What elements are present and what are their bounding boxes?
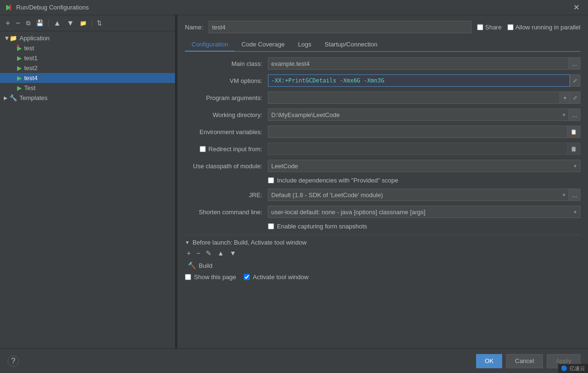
- jre-select[interactable]: Default (1.8 - SDK of 'LeetCode' module): [268, 189, 569, 201]
- tree-label-test1: test1: [24, 55, 37, 62]
- dialog-title: Run/Debug Configurations: [16, 4, 570, 11]
- tab-code-coverage[interactable]: Code Coverage: [235, 38, 291, 52]
- working-dir-control: ▼ ...: [268, 109, 580, 121]
- add-config-button[interactable]: +: [4, 18, 12, 28]
- before-launch-add-button[interactable]: +: [185, 249, 193, 257]
- name-label: Name:: [185, 24, 203, 31]
- tab-startup-connection[interactable]: Startup/Connection: [318, 38, 384, 52]
- share-checkbox-label[interactable]: Share: [477, 24, 502, 31]
- redirect-browse-button[interactable]: 📋: [568, 143, 580, 155]
- title-bar: Run/Debug Configurations ✕: [0, 0, 588, 15]
- activate-tool-check: Activate tool window: [244, 273, 309, 281]
- tree-label-templates: Templates: [19, 94, 47, 101]
- folder-button[interactable]: 📁: [78, 19, 89, 27]
- enable-capture-row: Enable capturing form snapshots: [185, 223, 580, 230]
- run-icon-test1: ▶: [17, 55, 22, 62]
- tree-label-test: test: [24, 45, 34, 52]
- program-args-label: Program arguments:: [185, 94, 268, 101]
- enable-capture-checkbox[interactable]: [268, 223, 274, 229]
- before-launch-edit-button[interactable]: ✎: [204, 249, 213, 257]
- classpath-select-wrapper: LeetCode ▼: [268, 160, 580, 172]
- move-up-button[interactable]: ▲: [52, 18, 63, 28]
- working-dir-browse-button[interactable]: ...: [569, 109, 580, 121]
- wrench-icon-templates: 🔧: [9, 94, 17, 101]
- working-dir-row: Working directory: ▼ ...: [185, 109, 580, 121]
- classpath-select[interactable]: LeetCode: [268, 160, 580, 172]
- redirect-checkbox[interactable]: [200, 146, 206, 152]
- env-vars-input[interactable]: [268, 126, 568, 138]
- jre-control: Default (1.8 - SDK of 'LeetCode' module)…: [268, 189, 580, 201]
- right-panel: Name: Share Allow running in parallel Co…: [177, 15, 588, 348]
- watermark: 🔵 亿速云: [558, 364, 588, 373]
- classpath-label: Use classpath of module:: [185, 163, 268, 170]
- before-launch-remove-button[interactable]: −: [194, 249, 202, 257]
- include-deps-checkbox[interactable]: [268, 177, 274, 183]
- tree-item-test[interactable]: ▶ ✕ test: [0, 43, 175, 53]
- remove-config-button[interactable]: −: [14, 18, 22, 28]
- tree-item-templates[interactable]: ▶ 🔧 Templates: [0, 93, 175, 103]
- main-class-input[interactable]: [268, 57, 569, 70]
- env-vars-browse-button[interactable]: 📋: [568, 126, 580, 138]
- allow-parallel-checkbox[interactable]: [507, 24, 514, 30]
- toolbar-separator-1: [48, 19, 49, 27]
- dialog-body: + − ⧉ 💾 ▲ ▼ 📁 ⇅ ▼ 📁 Application: [0, 15, 588, 348]
- tree-item-application[interactable]: ▼ 📁 Application: [0, 33, 175, 43]
- name-share-row: Name: Share Allow running in parallel: [185, 21, 580, 33]
- jre-browse-button[interactable]: ...: [569, 189, 580, 201]
- allow-parallel-text: Allow running in parallel: [515, 24, 580, 31]
- program-args-expand-button[interactable]: ⤢: [570, 91, 580, 104]
- tree-arrow-templates: ▶: [4, 95, 9, 100]
- main-class-browse-button[interactable]: ...: [569, 57, 580, 70]
- show-page-label: Show this page: [194, 273, 236, 281]
- tree-item-Test[interactable]: ▶ Test: [0, 83, 175, 93]
- shorten-cmd-select[interactable]: user-local default: none - java [options…: [268, 206, 580, 218]
- program-args-add-button[interactable]: +: [560, 91, 570, 104]
- run-icon-test4: ▶: [17, 74, 22, 82]
- run-icon-Test: ▶: [17, 84, 22, 91]
- shorten-cmd-label: Shorten command line:: [185, 209, 268, 216]
- cancel-button[interactable]: Cancel: [506, 354, 543, 368]
- main-class-row: Main class: ...: [185, 57, 580, 70]
- redirect-control: 📋: [268, 143, 580, 155]
- move-down-button[interactable]: ▼: [65, 18, 76, 28]
- before-launch-up-button[interactable]: ▲: [215, 249, 226, 257]
- close-button[interactable]: ✕: [570, 1, 583, 14]
- help-button[interactable]: ?: [8, 355, 19, 367]
- show-page-checkbox[interactable]: [185, 274, 191, 280]
- vm-options-input[interactable]: [268, 74, 570, 87]
- activate-tool-label: Activate tool window: [253, 273, 309, 281]
- vm-options-expand-button[interactable]: ⤢: [570, 74, 580, 87]
- name-input[interactable]: [209, 21, 471, 33]
- share-checkbox[interactable]: [477, 24, 483, 30]
- tab-configuration[interactable]: Configuration: [185, 38, 235, 52]
- tree-item-test2[interactable]: ▶ test2: [0, 63, 175, 73]
- copy-config-button[interactable]: ⧉: [24, 19, 32, 27]
- config-tree: ▼ 📁 Application ▶ ✕ test ▶ test1: [0, 31, 175, 348]
- tab-bar: Configuration Code Coverage Logs Startup…: [185, 38, 580, 52]
- before-launch-down-button[interactable]: ▼: [228, 249, 238, 257]
- tree-item-test1[interactable]: ▶ test1: [0, 53, 175, 63]
- include-deps-label[interactable]: Include dependencies with "Provided" sco…: [268, 177, 398, 184]
- enable-capture-label[interactable]: Enable capturing form snapshots: [268, 223, 367, 230]
- allow-parallel-label[interactable]: Allow running in parallel: [507, 24, 580, 31]
- share-label: Share: [485, 24, 502, 31]
- tree-item-test4[interactable]: ▶ test4: [0, 73, 175, 83]
- show-page-check: Show this page: [185, 273, 236, 281]
- working-dir-input[interactable]: [268, 109, 569, 121]
- app-icon: [5, 4, 12, 11]
- main-class-control: ...: [268, 57, 580, 70]
- env-vars-label: Environment variables:: [185, 128, 268, 136]
- tab-logs[interactable]: Logs: [291, 38, 318, 52]
- program-args-input[interactable]: [268, 91, 560, 104]
- enable-capture-text: Enable capturing form snapshots: [277, 223, 367, 230]
- watermark-icon: 🔵: [561, 365, 568, 372]
- redirect-input[interactable]: [268, 143, 568, 155]
- activate-tool-checkbox[interactable]: [244, 274, 250, 280]
- watermark-text: 亿速云: [570, 365, 585, 372]
- ok-button[interactable]: OK: [476, 354, 502, 368]
- before-launch-header: ▼ Before launch: Build, Activate tool wi…: [185, 239, 580, 246]
- build-item: 🔨 Build: [185, 260, 580, 271]
- save-config-button[interactable]: 💾: [34, 19, 46, 27]
- build-label: Build: [199, 262, 212, 269]
- sort-button[interactable]: ⇅: [95, 19, 104, 27]
